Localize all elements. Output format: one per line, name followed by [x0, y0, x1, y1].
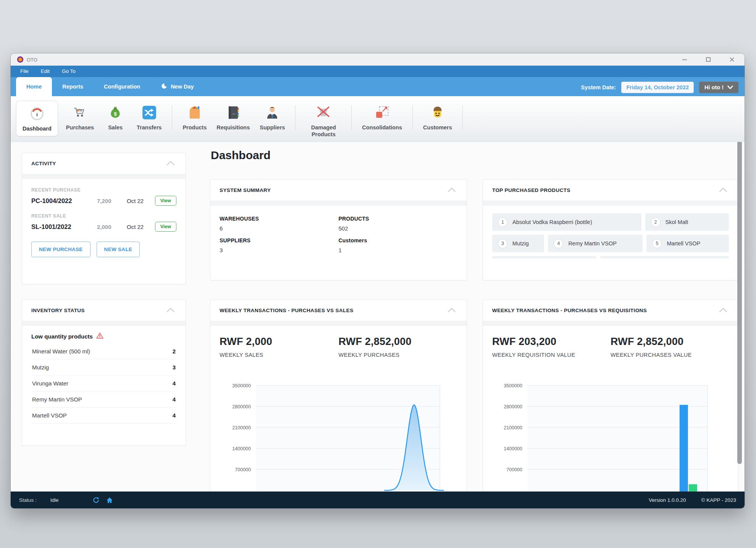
app-logo-icon: [17, 56, 24, 63]
system-date-value[interactable]: Friday 14, October 2022: [621, 82, 694, 93]
product-qty: 2: [173, 348, 176, 355]
collapse-summary-button[interactable]: [446, 186, 457, 195]
scrollbar-thumb[interactable]: [737, 142, 742, 464]
tab-configuration-label: Configuration: [104, 84, 140, 90]
page-title: Dashboard: [211, 149, 271, 162]
money-bag-icon: $: [107, 104, 123, 121]
stat-value: 3: [220, 247, 339, 253]
collapse-weekly-sales-button[interactable]: [446, 306, 457, 315]
new-sale-button[interactable]: NEW SALE: [97, 242, 140, 257]
toolbar-label: Requisitions: [216, 124, 250, 131]
toolbar-consolidations[interactable]: Consolidations: [357, 101, 407, 134]
view-sale-button[interactable]: View: [155, 222, 176, 232]
chip-product-name: Mutzig: [512, 240, 529, 247]
sale-date: Oct 22: [127, 224, 155, 230]
product-chip[interactable]: 4 Remy Martin VSOP: [548, 235, 643, 252]
weekly-purchases-value: RWF 2,852,000: [611, 336, 729, 348]
product-chip[interactable]: 3 Mutzig: [492, 235, 544, 252]
vertical-scrollbar[interactable]: [737, 142, 742, 492]
product-name: Mineral Water (500 ml): [32, 348, 90, 355]
inventory-row: Martell VSOP 4: [31, 408, 176, 424]
product-chip-partial: [600, 256, 729, 258]
toolbar-requisitions[interactable]: Requisitions: [212, 101, 255, 134]
svg-text:$: $: [114, 111, 117, 117]
tab-new-day-label: New Day: [171, 84, 194, 90]
purchase-code: PC-1004/2022: [31, 197, 97, 205]
view-purchase-button[interactable]: View: [155, 196, 176, 206]
toolbar-transfers[interactable]: Transfers: [132, 101, 166, 134]
window-controls: [681, 56, 741, 63]
product-chip[interactable]: 2 Skol Malt: [645, 213, 729, 231]
inventory-row: Virunga Water 4: [31, 376, 176, 392]
menu-edit[interactable]: Edit: [36, 66, 55, 77]
version-text: Version 1.0.0.20: [649, 497, 686, 503]
toolbar-label: Purchases: [66, 124, 94, 131]
window-title: OTO: [27, 57, 37, 63]
product-chip[interactable]: 1 Absolut Vodka Raspberri (bottle): [492, 213, 641, 231]
chip-product-name: Martell VSOP: [667, 240, 700, 247]
recent-sale-label: RECENT SALE: [31, 213, 176, 219]
toolbar-dashboard[interactable]: Dashboard: [16, 101, 58, 136]
gauge-icon: [29, 105, 45, 122]
system-summary-panel: SYSTEM SUMMARY WAREHOUSES 6 SUPPLIERS 3 …: [210, 179, 467, 280]
toolbar-damaged-products[interactable]: Damaged Products: [301, 101, 346, 141]
toolbar-customers[interactable]: Customers: [418, 101, 457, 134]
menu-file[interactable]: File: [15, 66, 34, 77]
sale-code: SL-1001/2022: [31, 223, 97, 230]
damaged-box-icon: [315, 104, 331, 121]
user-menu-button[interactable]: Hi oto !: [699, 82, 738, 93]
stat-value: 1: [339, 247, 458, 253]
status-value: Idle: [50, 497, 59, 503]
app-window: OTO File Edit Go To Home Reports Configu…: [11, 53, 745, 508]
minimize-button[interactable]: [681, 56, 688, 63]
toolbar-label: Consolidations: [362, 124, 402, 131]
chip-product-name: Skol Malt: [666, 219, 688, 225]
menu-go-to[interactable]: Go To: [57, 66, 81, 77]
purchase-date: Oct 22: [127, 198, 155, 204]
weekly-sales-value: RWF 2,000: [220, 336, 339, 348]
stat-value: 6: [220, 225, 339, 232]
toolbar-products[interactable]: Products: [178, 101, 212, 134]
activity-panel-title: ACTIVITY: [31, 161, 56, 166]
toolbar-label: Suppliers: [260, 124, 285, 131]
collapse-inventory-button[interactable]: [165, 306, 176, 315]
inventory-status-panel: INVENTORY STATUS Low quantity products M…: [22, 300, 186, 446]
tab-home[interactable]: Home: [16, 77, 52, 96]
tab-reports[interactable]: Reports: [52, 77, 94, 96]
refresh-icon[interactable]: [92, 496, 100, 504]
inventory-row: Remy Martin VSOP 4: [31, 392, 176, 408]
tab-configuration[interactable]: Configuration: [94, 77, 150, 96]
weekly-req-panel-title: WEEKLY TRANSACTIONS - PURCHASES VS REQUI…: [492, 308, 647, 313]
collapse-activity-button[interactable]: [165, 159, 176, 168]
activity-panel: ACTIVITY RECENT PURCHASE PC-1004/2022 7,…: [22, 153, 186, 284]
shopping-cart-icon: [72, 104, 88, 121]
businessman-icon: [264, 104, 280, 121]
new-purchase-button[interactable]: NEW PURCHASE: [31, 242, 90, 257]
weekly-purchases-label: WEEKLY PURCHASES VALUE: [611, 352, 729, 358]
warning-icon: [96, 332, 103, 340]
rank-badge: 1: [498, 218, 507, 227]
maximize-button[interactable]: [705, 56, 712, 63]
toolbar-sales[interactable]: $ Sales: [99, 101, 132, 134]
close-button[interactable]: [729, 56, 735, 63]
rank-badge: 4: [554, 239, 563, 248]
stat-value: 502: [339, 225, 458, 232]
person-head-icon: [430, 104, 446, 121]
toolbar-purchases[interactable]: Purchases: [61, 101, 99, 134]
low-quantity-label: Low quantity products: [31, 333, 93, 340]
collapse-top-products-button[interactable]: [717, 186, 729, 195]
toolbar-label: Transfers: [137, 124, 162, 131]
status-bar: Status : Idle Version 1.0.0.20 © KAPP - …: [11, 492, 745, 508]
svg-text:3500000: 3500000: [504, 383, 522, 388]
inventory-row: Mineral Water (500 ml) 2: [31, 343, 176, 359]
svg-text:1400000: 1400000: [232, 446, 251, 451]
product-name: Virunga Water: [32, 380, 68, 387]
home-icon[interactable]: [106, 496, 113, 504]
tab-new-day[interactable]: New Day: [150, 77, 204, 96]
product-chip[interactable]: 5 Martell VSOP: [646, 235, 729, 252]
expand-square-icon: [374, 104, 390, 121]
shopping-bag-icon: [187, 104, 203, 121]
collapse-weekly-req-button[interactable]: [717, 306, 729, 315]
toolbar-suppliers[interactable]: Suppliers: [255, 101, 290, 134]
toolbar-label: Sales: [108, 124, 123, 131]
